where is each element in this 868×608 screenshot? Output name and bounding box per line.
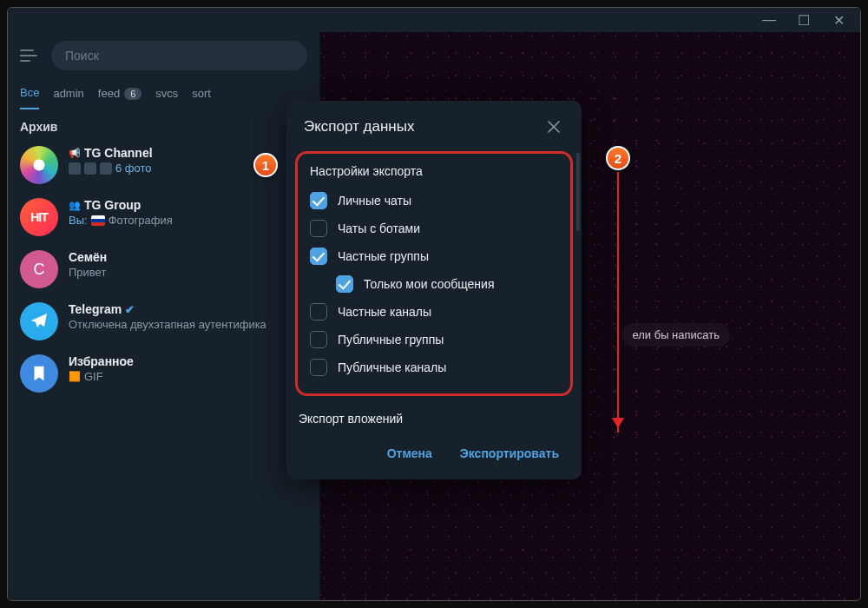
chat-list: 📢TG Channel6 фотоHIT👥TG GroupВы:Фотограф… (8, 139, 319, 600)
export-option-row[interactable]: Частные каналы (306, 298, 562, 326)
export-option-row[interactable]: Публичные группы (306, 326, 562, 354)
export-option-row[interactable]: Публичные каналы (306, 354, 562, 381)
chat-subtitle: Вы:Фотография (69, 214, 307, 227)
export-settings-highlight: Настройки экспорта Личные чатыЧаты с бот… (295, 151, 573, 396)
annotation-badge-2: 2 (606, 146, 630, 170)
sidebar: Всеadminfeed6svcssort Архив 📢TG Channel6… (8, 32, 320, 600)
chat-subtitle: Отключена двухэтапная аутентифика (69, 318, 307, 331)
export-data-dialog: Экспорт данных Настройки экспорта Личные… (286, 101, 582, 479)
hamburger-menu-icon[interactable] (20, 45, 41, 66)
chat-title: TG Channel (84, 146, 153, 160)
dialog-scrollbar[interactable] (576, 153, 580, 361)
empty-chat-hint: ели бы написать (621, 323, 730, 347)
photo-thumbnail-icon (84, 162, 96, 175)
export-option-row[interactable]: Чаты с ботами (306, 215, 562, 242)
cancel-button[interactable]: Отмена (377, 439, 443, 467)
checkbox[interactable] (310, 303, 327, 321)
folder-tab-все[interactable]: Все (20, 86, 39, 109)
telegram-avatar-icon (20, 302, 58, 340)
titlebar: — ☐ ✕ (8, 8, 860, 32)
group-icon: 👥 (69, 200, 81, 211)
chat-subtitle: Привет (69, 266, 307, 279)
verified-icon: ✔ (125, 303, 135, 316)
window-maximize-button[interactable]: ☐ (787, 10, 820, 30)
export-option-label: Чаты с ботами (338, 221, 420, 235)
checkbox[interactable] (336, 275, 353, 293)
saved-messages-avatar-icon (20, 354, 58, 393)
chat-item[interactable]: ССемёнПривет✓✓ (8, 243, 319, 295)
folder-tabs: Всеadminfeed6svcssort (8, 76, 319, 109)
chat-title: Семён (69, 250, 107, 264)
export-settings-heading: Настройки экспорта (310, 164, 562, 178)
export-option-label: Личные чаты (338, 194, 411, 208)
megaphone-icon: 📢 (69, 148, 81, 159)
dialog-title: Экспорт данных (304, 118, 414, 135)
chat-item[interactable]: HIT👥TG GroupВы:Фотография (8, 191, 319, 243)
annotation-badge-1: 1 (253, 153, 278, 177)
search-input[interactable] (51, 41, 307, 70)
folder-tab-feed[interactable]: feed6 (98, 86, 141, 109)
chat-item[interactable]: Избранное🟧GIF31.1 (8, 347, 319, 400)
export-option-row[interactable]: Личные чаты (306, 187, 562, 215)
chat-title: TG Group (84, 198, 141, 212)
folder-tab-sort[interactable]: sort (192, 86, 211, 109)
window-minimize-button[interactable]: — (753, 10, 786, 30)
checkbox[interactable] (310, 331, 327, 348)
export-option-label: Частные группы (338, 249, 429, 263)
export-option-label: Частные каналы (338, 305, 431, 319)
dialog-close-button[interactable] (543, 116, 564, 137)
close-icon (548, 121, 560, 133)
flag-icon (91, 215, 105, 226)
folder-badge: 6 (124, 88, 141, 100)
export-option-label: Публичные группы (338, 333, 444, 347)
export-button[interactable]: Экспортировать (450, 439, 569, 467)
chat-title: Избранное (69, 354, 134, 368)
export-option-label: Публичные каналы (338, 360, 446, 374)
archive-section-label: Архив (8, 109, 319, 139)
gif-icon: 🟧 (69, 371, 81, 382)
export-option-label: Только мои сообщения (364, 277, 495, 291)
annotation-arrow-down (617, 172, 619, 433)
chat-item[interactable]: Telegram✔Отключена двухэтапная аутентифи… (8, 295, 319, 347)
checkbox[interactable] (310, 192, 327, 209)
channel-avatar-icon (20, 146, 58, 184)
photo-thumbnail-icon (100, 162, 112, 175)
chat-title: Telegram (69, 302, 122, 316)
chat-subtitle: 🟧GIF (69, 370, 307, 383)
photo-thumbnail-icon (69, 162, 81, 175)
export-option-row[interactable]: Частные группы (306, 242, 562, 270)
checkbox[interactable] (310, 248, 327, 265)
checkbox[interactable] (310, 220, 327, 237)
group-avatar-icon: HIT (20, 198, 58, 236)
folder-tab-svcs[interactable]: svcs (155, 86, 178, 109)
user-avatar: С (20, 250, 58, 288)
checkbox[interactable] (310, 359, 327, 376)
export-attachments-heading: Экспорт вложений (286, 398, 582, 431)
folder-tab-admin[interactable]: admin (53, 86, 83, 109)
window-close-button[interactable]: ✕ (822, 10, 855, 30)
export-option-row[interactable]: Только мои сообщения (332, 270, 562, 298)
